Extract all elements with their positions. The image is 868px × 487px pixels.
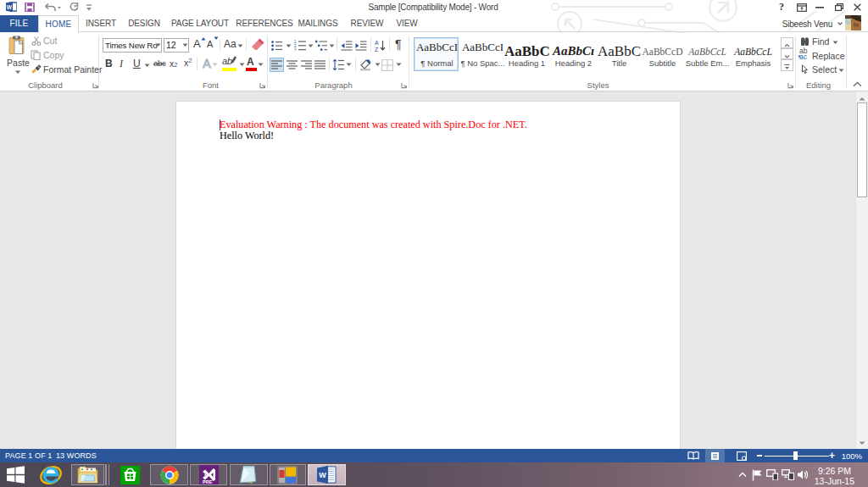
svg-text:A: A <box>203 57 211 69</box>
svg-text:A: A <box>375 40 379 46</box>
svg-text:3: 3 <box>294 48 297 52</box>
svg-text:Z: Z <box>375 47 379 53</box>
svg-text:W: W <box>7 4 13 10</box>
svg-text:PRE: PRE <box>203 479 213 484</box>
svg-text:W: W <box>319 471 326 479</box>
